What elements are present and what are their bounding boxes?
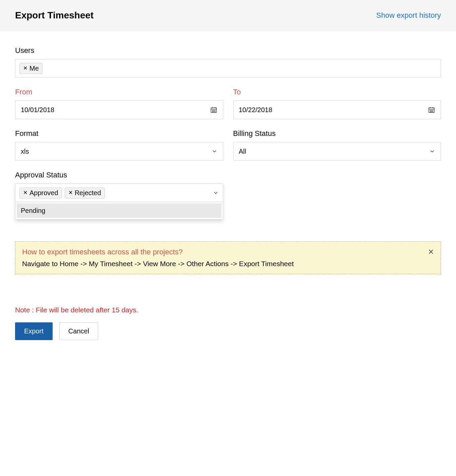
svg-point-9	[214, 111, 215, 112]
approval-option-pending[interactable]: Pending	[17, 204, 221, 218]
format-label: Format	[15, 129, 223, 138]
svg-point-14	[430, 110, 431, 110]
chevron-down-icon	[211, 148, 217, 154]
billing-status-select[interactable]: All	[233, 142, 441, 161]
users-input[interactable]: ✕ Me	[15, 59, 441, 78]
dialog-header: Export Timesheet Show export history	[0, 0, 456, 31]
export-form: Users ✕ Me From 10/01/2018	[0, 31, 456, 355]
svg-point-8	[213, 111, 214, 112]
svg-point-5	[213, 110, 214, 110]
svg-point-16	[433, 110, 433, 110]
from-date-input[interactable]: 10/01/2018	[15, 100, 223, 119]
approval-status-label: Approval Status	[15, 171, 223, 179]
approval-status-dropdown: Pending	[15, 202, 223, 220]
from-date-value: 10/01/2018	[21, 106, 54, 114]
approval-tag-label: Approved	[29, 189, 58, 197]
calendar-icon[interactable]	[210, 106, 217, 113]
svg-point-6	[214, 110, 215, 110]
help-tip-title: How to export timesheets across all the …	[22, 248, 434, 256]
svg-point-15	[431, 110, 432, 110]
svg-point-17	[430, 111, 431, 112]
user-tag-me[interactable]: ✕ Me	[19, 63, 43, 74]
chevron-down-icon	[213, 190, 219, 196]
user-tag-label: Me	[29, 65, 39, 72]
format-value: xls	[21, 148, 29, 155]
billing-status-value: All	[239, 148, 246, 155]
cancel-button[interactable]: Cancel	[59, 322, 98, 340]
users-label: Users	[15, 46, 441, 55]
approval-status-select[interactable]: ✕ Approved ✕ Rejected	[15, 183, 223, 202]
approval-tag-rejected[interactable]: ✕ Rejected	[65, 187, 105, 199]
export-button[interactable]: Export	[15, 322, 53, 340]
to-date-input[interactable]: 10/22/2018	[233, 100, 441, 119]
format-select[interactable]: xls	[15, 142, 223, 161]
action-buttons: Export Cancel	[15, 322, 441, 340]
help-tip: ✕ How to export timesheets across all th…	[15, 241, 441, 274]
remove-icon[interactable]: ✕	[23, 190, 27, 195]
svg-point-18	[431, 111, 432, 112]
close-icon[interactable]: ✕	[428, 248, 434, 256]
page-title: Export Timesheet	[15, 10, 93, 21]
svg-point-19	[433, 111, 433, 112]
svg-point-4	[212, 110, 212, 110]
retention-note: Note : File will be deleted after 15 day…	[15, 306, 441, 314]
to-label: To	[233, 88, 441, 96]
show-export-history-link[interactable]: Show export history	[376, 11, 441, 20]
help-tip-text: Navigate to Home -> My Timesheet -> View…	[22, 260, 434, 268]
calendar-icon[interactable]	[428, 106, 435, 113]
billing-status-label: Billing Status	[233, 129, 441, 138]
remove-icon[interactable]: ✕	[23, 66, 27, 71]
chevron-down-icon	[429, 148, 435, 154]
approval-tag-label: Rejected	[75, 189, 101, 197]
approval-tag-approved[interactable]: ✕ Approved	[19, 187, 62, 199]
remove-icon[interactable]: ✕	[68, 190, 73, 195]
to-date-value: 10/22/2018	[239, 106, 272, 114]
svg-point-7	[212, 111, 212, 112]
from-label: From	[15, 88, 223, 96]
